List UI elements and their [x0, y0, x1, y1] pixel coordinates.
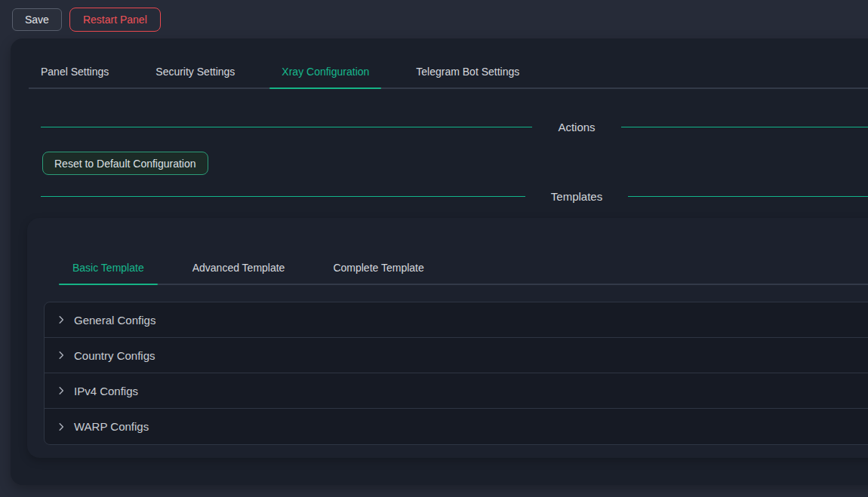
reset-default-configuration-button[interactable]: Reset to Default Configuration — [42, 152, 208, 175]
divider-line — [41, 127, 532, 127]
accordion-item-country-configs[interactable]: Country Configs — [45, 338, 868, 373]
settings-tabs: Panel Settings Security Settings Xray Co… — [29, 38, 868, 89]
chevron-right-icon — [57, 315, 66, 324]
accordion-item-warp-configs[interactable]: WARP Configs — [45, 409, 868, 444]
accordion-item-label: IPv4 Configs — [74, 385, 138, 397]
actions-divider: Actions — [41, 121, 868, 133]
templates-section-title: Templates — [551, 190, 602, 203]
tab-telegram-bot-settings[interactable]: Telegram Bot Settings — [404, 66, 531, 87]
restart-panel-button[interactable]: Restart Panel — [69, 8, 161, 32]
chevron-right-icon — [57, 422, 66, 431]
accordion-item-label: WARP Configs — [74, 420, 149, 433]
tab-basic-template[interactable]: Basic Template — [59, 262, 158, 284]
tab-xray-configuration[interactable]: Xray Configuration — [269, 66, 381, 87]
chevron-right-icon — [57, 351, 66, 360]
tab-security-settings[interactable]: Security Settings — [143, 66, 247, 87]
actions-section-title: Actions — [558, 121, 595, 133]
template-tabs: Basic Template Advanced Template Complet… — [59, 218, 868, 285]
accordion-item-general-configs[interactable]: General Configs — [45, 302, 868, 338]
accordion-item-ipv4-configs[interactable]: IPv4 Configs — [45, 373, 868, 409]
tab-panel-settings[interactable]: Panel Settings — [29, 66, 121, 87]
tab-complete-template[interactable]: Complete Template — [319, 262, 437, 284]
divider-line — [621, 127, 868, 127]
accordion-item-label: Country Configs — [74, 349, 155, 362]
save-button[interactable]: Save — [12, 8, 62, 31]
accordion-item-label: General Configs — [74, 314, 155, 327]
configs-accordion: General Configs Country Configs IPv4 Con… — [44, 302, 868, 445]
tab-advanced-template[interactable]: Advanced Template — [179, 262, 299, 284]
divider-line — [628, 196, 868, 197]
settings-card: Panel Settings Security Settings Xray Co… — [11, 38, 868, 485]
top-action-bar: Save Restart Panel — [0, 0, 868, 38]
divider-line — [41, 196, 525, 197]
templates-card: Basic Template Advanced Template Complet… — [27, 218, 868, 458]
templates-divider: Templates — [41, 190, 868, 203]
chevron-right-icon — [57, 386, 66, 395]
